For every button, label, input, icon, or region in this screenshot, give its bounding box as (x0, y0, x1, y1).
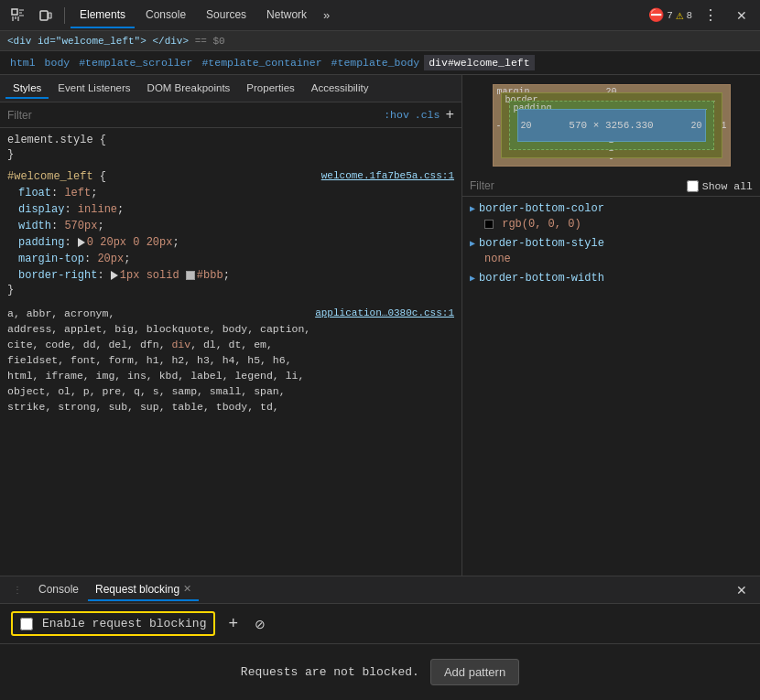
add-pattern-button[interactable]: Add pattern (430, 659, 519, 685)
equals-sign: == $0 (189, 36, 225, 47)
multi-selector-source[interactable]: application…0380c.css:1 (315, 306, 454, 321)
css-prop-display: display: inline; (7, 201, 454, 218)
multi-selector-text: application…0380c.css:1 a, abbr, acronym… (7, 306, 454, 415)
content-left-padding: 20 (521, 121, 532, 131)
close-bottom-panel-btn[interactable]: ✕ (729, 579, 755, 601)
warning-icon: ⚠ (676, 7, 683, 23)
border-bottom-style-text: none (484, 253, 511, 265)
border-bottom-color-text: rgb(0, 0, 0) (502, 218, 581, 231)
breadcrumb-welcome-left[interactable]: div#welcome_left (424, 55, 534, 70)
element-style-selector: element.style { (7, 134, 454, 146)
welcome-left-source[interactable]: welcome.1fa7be5a.css:1 (321, 170, 454, 181)
border-bottom-color-swatch (484, 220, 494, 229)
styles-filter-input[interactable] (7, 109, 378, 122)
svg-rect-1 (40, 11, 48, 20)
not-blocked-message: Requests are not blocked. Add pattern (0, 644, 760, 700)
enable-request-blocking-label[interactable]: Enable request blocking (42, 617, 206, 630)
right-panel: margin 20 - 1 border – padding – (462, 75, 760, 576)
tab-properties[interactable]: Properties (239, 79, 301, 99)
warning-count: 8 (686, 10, 692, 21)
tab-event-listeners[interactable]: Event Listeners (50, 79, 137, 99)
more-options-btn[interactable]: ⋮ (698, 5, 723, 26)
element-style-close: } (7, 148, 454, 161)
enable-request-blocking-box: Enable request blocking (11, 611, 215, 636)
breadcrumb-template-container[interactable]: #template_container (197, 55, 326, 70)
prop-border-bottom-style-value: none (470, 252, 753, 266)
properties-filter-input[interactable] (470, 179, 679, 192)
dom-inspect-bar: <div id="welcome_left"> </div> == $0 (0, 31, 760, 51)
add-style-btn[interactable]: + (445, 107, 454, 124)
box-model-container: margin 20 - 1 border – padding – (462, 75, 760, 176)
border-right-triangle[interactable] (111, 271, 118, 280)
inspected-element: <div id="welcome_left"> </div> (7, 36, 189, 47)
cls-toggle[interactable]: .cls (415, 109, 440, 121)
close-devtools-btn[interactable]: ✕ (729, 5, 755, 27)
css-prop-padding: padding: 0 20px 0 20px; (7, 234, 454, 251)
tab-console-bottom[interactable]: Console (31, 579, 86, 601)
prop-border-bottom-style-header[interactable]: ▶ border-bottom-style (470, 235, 753, 252)
request-blocking-controls: Enable request blocking + ⊘ (0, 604, 760, 644)
device-toggle-btn[interactable] (33, 5, 59, 27)
styles-tabs: Styles Event Listeners DOM Breakpoints P… (0, 75, 461, 102)
css-prop-width: width: 570px; (7, 218, 454, 234)
error-icon: ⛔ (648, 7, 664, 23)
left-panel: Styles Event Listeners DOM Breakpoints P… (0, 75, 462, 576)
not-blocked-text: Requests are not blocked. (241, 665, 419, 679)
inspect-element-btn[interactable] (5, 5, 31, 27)
box-padding: padding – 20 570 × 3256.330 20 – (509, 101, 714, 150)
prop-border-bottom-color: ▶ border-bottom-color rgb(0, 0, 0) (470, 200, 753, 232)
element-style-rule: element.style { } (7, 134, 454, 161)
box-margin: margin 20 - 1 border – padding – (493, 84, 731, 167)
more-tabs-btn[interactable]: » (318, 5, 335, 26)
error-count: 7 (667, 10, 673, 21)
request-blocking-close[interactable]: ✕ (183, 583, 191, 595)
hov-toggle[interactable]: :hov (384, 109, 409, 121)
breadcrumb-html[interactable]: html (5, 55, 40, 70)
css-content: element.style { } #welcome_left { welcom… (0, 128, 461, 576)
css-prop-border-right: border-right: 1px solid #bbb; (7, 267, 454, 284)
tab-request-blocking[interactable]: Request blocking ✕ (88, 579, 199, 601)
welcome-left-rule: #welcome_left { welcome.1fa7be5a.css:1 f… (7, 170, 454, 296)
block-all-btn[interactable]: ⊘ (251, 617, 269, 631)
tab-elements[interactable]: Elements (71, 3, 135, 28)
expand-arrow-2: ▶ (470, 238, 475, 249)
welcome-left-close: } (7, 284, 454, 296)
box-model: margin 20 - 1 border – padding – (493, 84, 731, 167)
prop-border-bottom-width-header[interactable]: ▶ border-bottom-width (470, 270, 753, 286)
multi-selector-rule: application…0380c.css:1 a, abbr, acronym… (7, 306, 454, 415)
prop-border-bottom-color-value: rgb(0, 0, 0) (470, 217, 753, 232)
tab-network[interactable]: Network (257, 3, 316, 28)
main-content: Styles Event Listeners DOM Breakpoints P… (0, 75, 760, 576)
request-blocking-label: Request blocking (95, 583, 179, 596)
properties-list: ▶ border-bottom-color rgb(0, 0, 0) ▶ bor… (462, 197, 760, 576)
prop-border-bottom-width: ▶ border-bottom-width (470, 270, 753, 286)
bottom-panel: ⋮ Console Request blocking ✕ ✕ Enable re… (0, 576, 760, 700)
error-badge: ⛔ 7 ⚠ 8 (648, 7, 692, 23)
tab-console[interactable]: Console (136, 3, 195, 28)
prop-border-bottom-style: ▶ border-bottom-style none (470, 235, 753, 266)
margin-bottom-value: - (608, 154, 613, 164)
bottom-tabs: ⋮ Console Request blocking ✕ ✕ (0, 576, 760, 604)
breadcrumb-template-scroller[interactable]: #template_scroller (74, 55, 197, 70)
prop-name-border-bottom-color: border-bottom-color (479, 202, 604, 215)
styles-filter-bar: :hov .cls + (0, 102, 461, 128)
expand-arrow-3: ▶ (470, 273, 475, 284)
show-all-checkbox[interactable] (687, 180, 699, 192)
welcome-left-selector: #welcome_left { welcome.1fa7be5a.css:1 (7, 170, 454, 183)
tab-dom-breakpoints[interactable]: DOM Breakpoints (140, 79, 238, 99)
border-color-swatch[interactable] (186, 271, 195, 280)
padding-triangle[interactable] (78, 238, 85, 247)
prop-border-bottom-color-header[interactable]: ▶ border-bottom-color (470, 200, 753, 217)
show-all-label: Show all (687, 180, 753, 192)
breadcrumb-template-body[interactable]: #template_body (327, 55, 425, 70)
expand-arrow: ▶ (470, 203, 475, 214)
enable-request-blocking-checkbox[interactable] (20, 618, 33, 630)
drag-handle[interactable]: ⋮ (5, 584, 29, 597)
error-count-area: ⛔ 7 ⚠ 8 ⋮ ✕ (648, 5, 755, 27)
tab-sources[interactable]: Sources (197, 3, 255, 28)
add-blocking-pattern-btn[interactable]: + (224, 614, 242, 633)
css-prop-float: float: left; (7, 185, 454, 201)
tab-styles[interactable]: Styles (5, 79, 49, 99)
breadcrumb-body[interactable]: body (40, 55, 75, 70)
tab-accessibility[interactable]: Accessibility (304, 79, 376, 99)
